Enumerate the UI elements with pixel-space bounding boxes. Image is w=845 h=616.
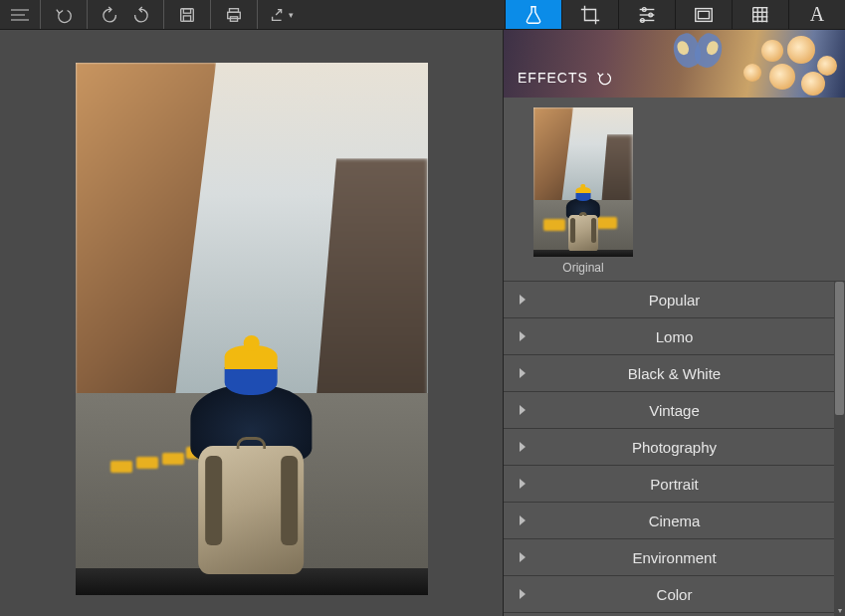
svg-rect-16 [699,11,710,18]
butterfly-decoration [670,34,726,78]
text-icon: A [810,3,824,26]
category-label: Popular [649,292,701,308]
category-label: Environment [632,549,716,566]
chevron-down-icon: ▾ [289,10,294,20]
effects-header: EFFECTS [504,30,845,98]
toolbar-left: ▾ [0,0,304,29]
effect-categories: PopularLomoBlack & WhiteVintagePhotograp… [504,282,845,616]
category-cinema[interactable]: Cinema [504,503,845,539]
svg-rect-5 [183,15,190,20]
chevron-right-icon [520,405,526,415]
undo-step-button[interactable] [96,0,125,29]
category-label: Portrait [650,476,698,493]
chevron-right-icon [520,589,526,599]
effects-title: EFFECTS [518,70,588,86]
category-portrait[interactable]: Portrait [504,466,845,503]
share-dropdown[interactable]: ▾ [266,0,296,29]
texture-icon [749,4,771,26]
sliders-icon [636,4,658,26]
thumbnail-label: Original [533,261,633,275]
canvas-image [76,63,428,595]
reset-effects-icon[interactable] [596,70,612,86]
tab-texture[interactable] [732,0,788,29]
category-label: Lomo [656,328,694,345]
chevron-right-icon [520,295,526,305]
svg-rect-4 [183,8,190,13]
scroll-down-icon[interactable]: ▾ [834,604,845,616]
category-black-white[interactable]: Black & White [504,355,845,392]
category-label: Black & White [628,365,721,382]
svg-rect-3 [181,8,194,21]
save-button[interactable] [172,0,202,29]
tab-text[interactable]: A [788,0,845,29]
hamburger-icon [11,9,29,21]
category-lomo[interactable]: Lomo [504,318,845,355]
print-button[interactable] [219,0,249,29]
original-thumbnail[interactable] [533,107,633,257]
canvas-area[interactable] [0,30,503,616]
chevron-right-icon [520,552,526,562]
category-label: Photography [632,439,717,456]
chevron-right-icon [520,479,526,489]
panel-scrollbar[interactable]: ▴ ▾ [834,282,845,616]
chevron-right-icon [520,515,526,525]
category-popular[interactable]: Popular [504,282,845,318]
frame-icon [693,4,715,26]
category-label: Vintage [649,402,700,419]
undo-step-icon [102,6,119,24]
category-label: Color [657,586,693,603]
tab-adjust[interactable] [618,0,675,29]
redo-step-icon [131,6,149,24]
menu-button[interactable] [0,0,40,29]
category-color[interactable]: Color [504,576,845,613]
category-photography[interactable]: Photography [504,429,845,466]
save-icon [178,6,196,24]
category-vintage[interactable]: Vintage [504,392,845,429]
share-icon [269,6,287,24]
chevron-right-icon [520,331,526,341]
scrollbar-thumb[interactable] [835,282,844,415]
tab-effects[interactable] [505,0,561,29]
undo-button[interactable] [49,0,79,29]
effects-panel: EFFECTS [503,30,845,616]
print-icon [225,6,243,24]
svg-rect-7 [228,12,241,18]
crop-icon [579,4,601,26]
category-environment[interactable]: Environment [504,539,845,576]
redo-step-button[interactable] [125,0,155,29]
side-tabs: A [505,0,845,29]
flowers-decoration [736,30,845,98]
top-toolbar: ▾ A [0,0,845,30]
undo-icon [55,6,73,24]
chevron-right-icon [520,442,526,452]
flask-icon [523,4,544,26]
tab-frame[interactable] [675,0,732,29]
chevron-right-icon [520,368,526,378]
category-label: Cinema [649,513,701,529]
tab-crop[interactable] [561,0,618,29]
preview-row: Original [504,98,845,282]
